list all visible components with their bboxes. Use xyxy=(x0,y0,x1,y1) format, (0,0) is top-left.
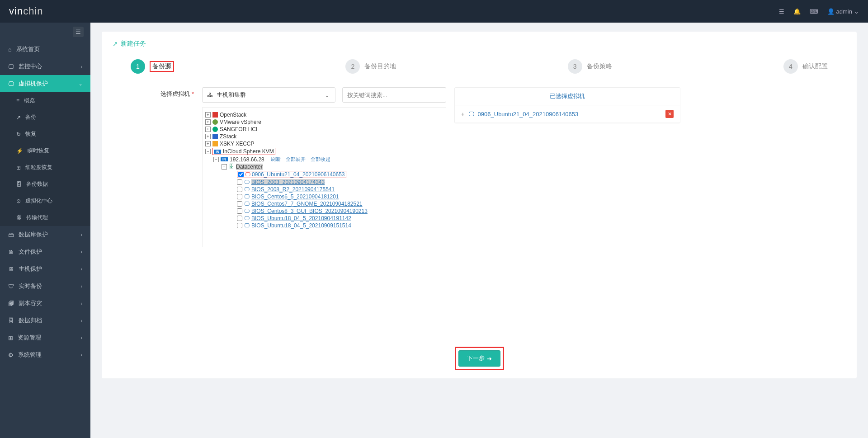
nav-dr[interactable]: 🗐 副本容灾‹ xyxy=(0,295,90,312)
tree-vm[interactable]: 🖵BIOS_Centos8_3_GUI_BIOS_20210904190213 xyxy=(205,207,443,215)
nav-monitor[interactable]: 🖵 监控中心‹ xyxy=(0,58,90,75)
vm-icon: 🖵 xyxy=(468,111,474,118)
tree-vm[interactable]: 🖵BIOS_Ubuntu18_04_5_20210909151514 xyxy=(205,222,443,229)
step-1[interactable]: 1 备份源 xyxy=(131,59,174,74)
share-icon: ↗ xyxy=(113,40,118,47)
vm-tree[interactable]: +OpenStack +VMware vSphere +SANGFOR HCI … xyxy=(202,107,446,247)
tree-vm[interactable]: 🖵BIOS_Ubuntu18_04_5_20210904191142 xyxy=(205,215,443,222)
selected-vm-name: 0906_Ubuntu21_04_20210906140653 xyxy=(478,111,665,118)
sidebar: ☰ ⌂ 系统首页 🖵 监控中心‹ 🖵 虚拟机保护⌄ ≡ 概览 ↗ 备份 ↻ 恢复… xyxy=(0,23,90,438)
wizard-steps: 1 备份源 2 备份目的地 3 备份策略 4 确认配置 xyxy=(113,59,846,74)
nav-vcenter[interactable]: ⊙ 虚拟化中心 xyxy=(0,193,90,209)
nav-archive[interactable]: 🗄 数据归档‹ xyxy=(0,312,90,329)
step-4[interactable]: 4 确认配置 xyxy=(783,59,828,74)
tree-vmware[interactable]: +VMware vSphere xyxy=(205,118,443,126)
nav-overview[interactable]: ≡ 概览 xyxy=(0,92,90,109)
tree-vm[interactable]: 🖵BIOS_Centos6_5_20210904181201 xyxy=(205,193,443,200)
arrow-right-icon: ➜ xyxy=(487,355,492,362)
nav-agent[interactable]: 🗐 传输代理 xyxy=(0,209,90,226)
nav-host[interactable]: 🖥 主机保护‹ xyxy=(0,260,90,278)
select-vm-label: 选择虚拟机 * xyxy=(131,87,194,98)
user-menu[interactable]: 👤 admin ⌄ xyxy=(827,8,859,15)
nav-restore[interactable]: ↻ 恢复 xyxy=(0,126,90,142)
nav-home[interactable]: ⌂ 系统首页 xyxy=(0,41,90,58)
search-input[interactable] xyxy=(342,87,446,103)
tree-collapse-all[interactable]: 全部收起 xyxy=(311,156,330,162)
tree-xsky[interactable]: +XSKY XECCP xyxy=(205,140,443,147)
host-icon: 🖧 xyxy=(207,92,213,99)
tree-vm[interactable]: 🖵BIOS_2003_20210904174343 xyxy=(205,179,443,186)
nav-db[interactable]: 🗃 数据库保护‹ xyxy=(0,226,90,243)
tree-openstack[interactable]: +OpenStack xyxy=(205,111,443,118)
step-3[interactable]: 3 备份策略 xyxy=(568,59,612,74)
tree-incloud[interactable]: −INInCloud Sphere KVM xyxy=(205,147,443,155)
topbar-list-icon[interactable]: ☰ xyxy=(779,8,784,15)
nav-backup[interactable]: ↗ 备份 xyxy=(0,109,90,126)
nav-data[interactable]: 🗄 备份数据 xyxy=(0,176,90,193)
tree-host-ip[interactable]: −IN192.168.66.28 刷新 全部展开 全部收起 xyxy=(205,155,443,163)
expand-icon[interactable]: + xyxy=(461,111,465,118)
remove-vm-button[interactable]: ✕ xyxy=(665,110,674,118)
nav-system[interactable]: ⚙ 系统管理‹ xyxy=(0,346,90,363)
tree-expand-all[interactable]: 全部展开 xyxy=(286,156,306,162)
tree-vm[interactable]: 🖵BIOS_2008_R2_20210904175541 xyxy=(205,186,443,193)
step-2[interactable]: 2 备份目的地 xyxy=(345,59,396,74)
sidebar-toggle-icon[interactable]: ☰ xyxy=(73,27,84,37)
nav-vm-protect[interactable]: 🖵 虚拟机保护⌄ xyxy=(0,75,90,92)
nav-granular[interactable]: ⊞ 细粒度恢复 xyxy=(0,159,90,176)
topbar-bell-icon[interactable]: 🔔 xyxy=(793,8,801,15)
brand-logo: vinchin xyxy=(9,5,43,17)
view-dropdown[interactable]: 🖧 主机和集群 xyxy=(202,87,335,103)
tree-vm-selected[interactable]: 🖵0906_Ubuntu21_04_20210906140653 xyxy=(205,170,443,179)
selected-vm-item: + 🖵 0906_Ubuntu21_04_20210906140653 ✕ xyxy=(455,105,680,123)
tree-zstack[interactable]: +ZStack xyxy=(205,133,443,140)
tree-datacenter[interactable]: −🗄Datacenter xyxy=(205,163,443,170)
topbar-screen-icon[interactable]: ⌨ xyxy=(810,8,818,15)
tree-sangfor[interactable]: +SANGFOR HCI xyxy=(205,126,443,133)
nav-file[interactable]: 🗎 文件保护‹ xyxy=(0,243,90,260)
selected-vms-panel: 已选择虚拟机 + 🖵 0906_Ubuntu21_04_202109061406… xyxy=(454,87,680,123)
selected-title: 已选择虚拟机 xyxy=(455,88,680,105)
nav-resource[interactable]: ⊞ 资源管理‹ xyxy=(0,329,90,346)
next-button[interactable]: 下一步 ➜ xyxy=(458,350,500,367)
nav-realtime[interactable]: 🛡 实时备份‹ xyxy=(0,278,90,295)
tree-vm[interactable]: 🖵BIOS_Centos7_7_GNOME_20210904182521 xyxy=(205,200,443,207)
tree-refresh[interactable]: 刷新 xyxy=(271,156,281,162)
nav-instant[interactable]: ⚡ 瞬时恢复 xyxy=(0,142,90,159)
panel-title: ↗ 新建任务 xyxy=(113,40,846,48)
